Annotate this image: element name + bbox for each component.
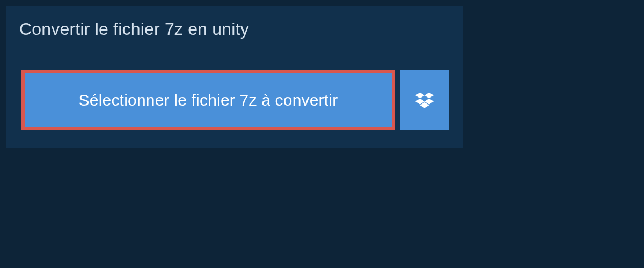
page-title: Convertir le fichier 7z en unity	[6, 6, 268, 52]
select-file-label: Sélectionner le fichier 7z à convertir	[79, 91, 338, 109]
select-file-button[interactable]: Sélectionner le fichier 7z à convertir	[21, 70, 395, 130]
dropbox-icon	[415, 92, 434, 108]
dropbox-button[interactable]	[400, 70, 449, 130]
action-row: Sélectionner le fichier 7z à convertir	[6, 52, 463, 148]
converter-card: Convertir le fichier 7z en unity Sélecti…	[6, 6, 463, 148]
